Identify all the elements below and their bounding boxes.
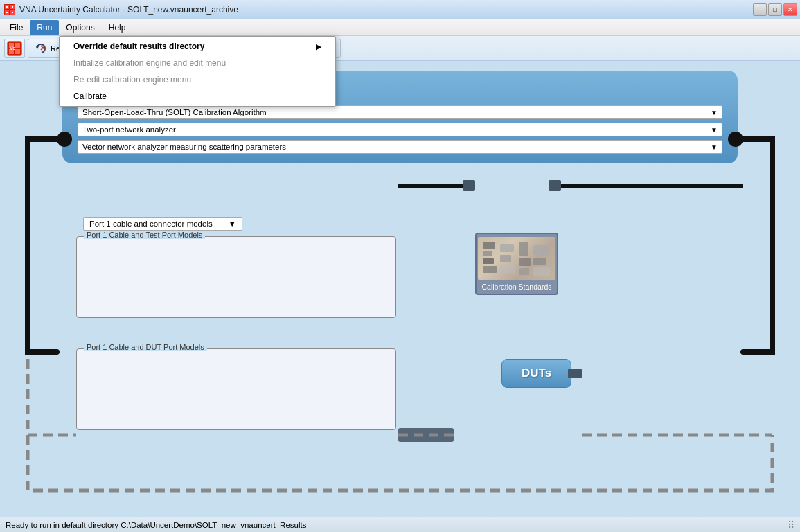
status-text: Ready to run in default directory C:\Dat… xyxy=(6,521,306,529)
meas-type-row: Vector network analyzer measuring scatte… xyxy=(78,140,722,154)
cal-standards-image-svg xyxy=(479,238,554,278)
svg-rect-7 xyxy=(12,12,13,13)
test-port-models-label: Port 1 Cable and Test Port Models xyxy=(84,231,205,239)
network-type-row: Two-port network analyzer ▼ xyxy=(78,123,722,136)
cal-standards-box[interactable]: Calibration Standards xyxy=(475,233,558,295)
svg-rect-4 xyxy=(6,6,8,8)
left-connector-dot xyxy=(57,132,72,147)
menu-options[interactable]: Options xyxy=(59,20,101,35)
meas-type-select[interactable]: Vector network analyzer measuring scatte… xyxy=(78,140,722,154)
svg-rect-36 xyxy=(483,266,497,273)
svg-rect-38 xyxy=(500,255,511,262)
toolbar-ve-icon[interactable]: Ve xyxy=(4,39,25,58)
window-title: VNA Uncertainty Calculator - SOLT_new.vn… xyxy=(19,5,238,15)
submenu-arrow-icon: ▶ xyxy=(316,43,321,51)
test-port-models-box: Port 1 Cable and Test Port Models xyxy=(76,236,396,318)
port-cable-arrow-icon: ▼ xyxy=(229,220,236,228)
menu-bar: File Run Options Help xyxy=(0,19,800,36)
svg-rect-10 xyxy=(15,43,20,48)
svg-rect-35 xyxy=(483,258,494,264)
cal-standards-label: Calibration Standards xyxy=(482,283,552,291)
svg-rect-32 xyxy=(398,428,454,442)
svg-rect-42 xyxy=(519,268,529,275)
cal-algorithm-arrow-icon: ▼ xyxy=(711,109,718,116)
svg-rect-39 xyxy=(500,265,515,273)
svg-rect-34 xyxy=(483,251,492,256)
window-controls: — □ ✕ xyxy=(753,3,797,16)
cal-standards-image xyxy=(478,237,555,280)
right-connector-dot xyxy=(728,132,743,147)
maximize-button[interactable]: □ xyxy=(768,3,782,16)
menu-item-init-cal: Initialize calibration engine and edit m… xyxy=(60,55,335,71)
svg-rect-31 xyxy=(549,180,561,191)
port-cable-dropdown-container: Port 1 cable and connector models ▼ xyxy=(83,217,242,231)
duts-main-button[interactable]: DUTs xyxy=(501,359,571,388)
svg-rect-5 xyxy=(12,6,13,8)
svg-rect-6 xyxy=(6,12,8,13)
svg-rect-12 xyxy=(15,49,20,54)
svg-rect-44 xyxy=(533,258,546,265)
svg-rect-45 xyxy=(533,267,550,276)
menu-file[interactable]: File xyxy=(3,20,30,35)
close-button[interactable]: ✕ xyxy=(783,3,797,16)
dut-port-models-box: Port 1 Cable and DUT Port Models xyxy=(76,348,396,430)
svg-rect-37 xyxy=(500,244,514,252)
svg-rect-40 xyxy=(519,242,528,256)
minimize-button[interactable]: — xyxy=(753,3,767,16)
network-type-select[interactable]: Two-port network analyzer ▼ xyxy=(78,123,722,136)
svg-rect-30 xyxy=(463,180,475,191)
run-dropdown-menu: Override default results directory ▶ Ini… xyxy=(59,36,336,107)
cal-algorithm-row: Short-Open-Load-Thru (SOLT) Calibration … xyxy=(78,105,722,119)
menu-help[interactable]: Help xyxy=(102,20,133,35)
svg-text:Ve: Ve xyxy=(10,46,15,51)
meas-type-arrow-icon: ▼ xyxy=(711,143,718,151)
menu-run[interactable]: Run xyxy=(30,20,59,35)
status-grip-icon: ⠿ xyxy=(788,520,794,531)
status-bar: Ready to run in default directory C:\Dat… xyxy=(0,517,800,532)
network-type-arrow-icon: ▼ xyxy=(711,126,718,134)
repeat-cal-icon xyxy=(35,43,48,54)
app-icon xyxy=(4,4,15,15)
menu-item-override-dir[interactable]: Override default results directory ▶ xyxy=(60,38,335,55)
title-bar-left: VNA Uncertainty Calculator - SOLT_new.vn… xyxy=(4,4,238,15)
dut-port-models-label: Port 1 Cable and DUT Port Models xyxy=(84,343,207,351)
menu-item-re-edit: Re-edit calibration-engine menu xyxy=(60,71,335,88)
menu-item-calibrate[interactable]: Calibrate xyxy=(60,88,335,105)
title-bar: VNA Uncertainty Calculator - SOLT_new.vn… xyxy=(0,0,800,19)
port-cable-select[interactable]: Port 1 cable and connector models ▼ xyxy=(83,217,242,231)
cal-algorithm-select[interactable]: Short-Open-Load-Thru (SOLT) Calibration … xyxy=(78,105,722,119)
svg-rect-41 xyxy=(519,258,531,266)
svg-rect-43 xyxy=(533,245,549,255)
dut-right-connector xyxy=(568,369,582,378)
svg-rect-33 xyxy=(483,242,495,249)
